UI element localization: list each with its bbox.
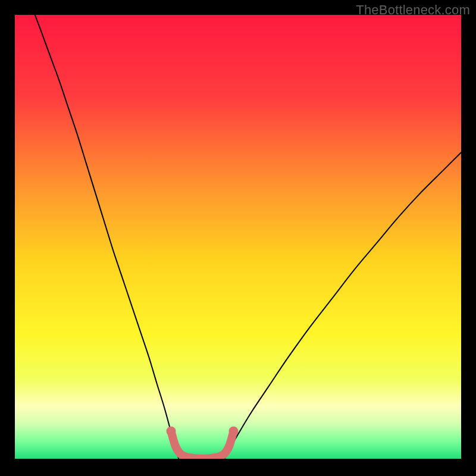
valley-endpoint: [229, 427, 239, 436]
valley-endpoint: [167, 427, 176, 436]
chart-frame: TheBottleneck.com: [0, 0, 476, 476]
gradient-background: [15, 15, 461, 459]
chart-svg: [15, 15, 461, 459]
plot-area: [15, 15, 461, 459]
